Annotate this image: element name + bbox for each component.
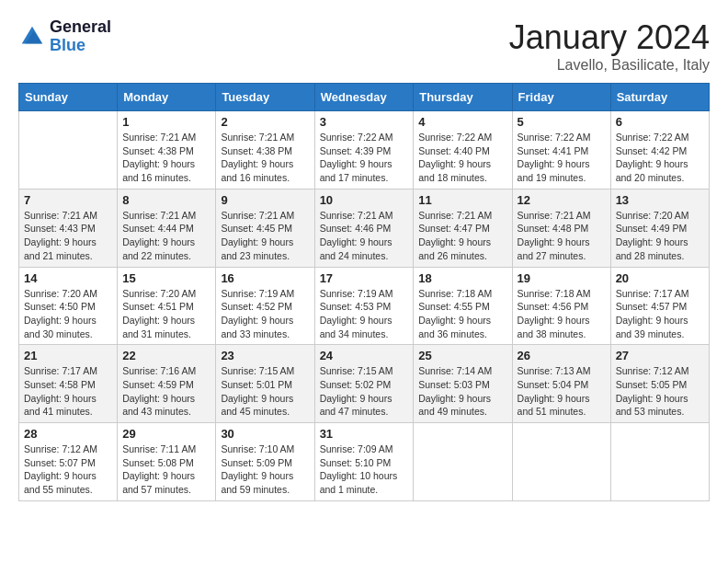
day-info: Sunrise: 7:21 AM Sunset: 4:38 PM Dayligh… [122, 131, 210, 185]
day-info: Sunrise: 7:21 AM Sunset: 4:47 PM Dayligh… [418, 209, 506, 263]
day-cell: 19Sunrise: 7:18 AM Sunset: 4:56 PM Dayli… [512, 267, 610, 345]
day-cell: 15Sunrise: 7:20 AM Sunset: 4:51 PM Dayli… [118, 267, 216, 345]
day-number: 15 [122, 271, 210, 285]
day-cell: 8Sunrise: 7:21 AM Sunset: 4:44 PM Daylig… [118, 189, 216, 267]
logo-text: General Blue [50, 18, 111, 55]
day-cell: 7Sunrise: 7:21 AM Sunset: 4:43 PM Daylig… [19, 189, 118, 267]
day-number: 6 [616, 115, 704, 129]
day-cell: 2Sunrise: 7:21 AM Sunset: 4:38 PM Daylig… [216, 111, 314, 190]
day-cell: 14Sunrise: 7:20 AM Sunset: 4:50 PM Dayli… [19, 267, 118, 345]
day-cell: 10Sunrise: 7:21 AM Sunset: 4:46 PM Dayli… [314, 189, 414, 267]
day-info: Sunrise: 7:14 AM Sunset: 5:03 PM Dayligh… [418, 364, 506, 419]
day-number: 4 [418, 115, 506, 129]
day-info: Sunrise: 7:15 AM Sunset: 5:02 PM Dayligh… [320, 364, 409, 419]
day-number: 25 [418, 349, 506, 362]
day-number: 3 [320, 115, 409, 129]
day-cell: 29Sunrise: 7:11 AM Sunset: 5:08 PM Dayli… [118, 423, 216, 501]
day-cell [19, 111, 118, 190]
day-number: 9 [221, 193, 309, 207]
day-number: 22 [122, 349, 210, 362]
day-number: 29 [122, 427, 210, 441]
day-cell: 6Sunrise: 7:22 AM Sunset: 4:42 PM Daylig… [610, 111, 709, 190]
day-number: 7 [24, 193, 112, 207]
week-row-4: 21Sunrise: 7:17 AM Sunset: 4:58 PM Dayli… [19, 345, 710, 423]
day-info: Sunrise: 7:21 AM Sunset: 4:45 PM Dayligh… [221, 209, 309, 263]
day-cell: 4Sunrise: 7:22 AM Sunset: 4:40 PM Daylig… [414, 111, 512, 190]
day-cell: 21Sunrise: 7:17 AM Sunset: 4:58 PM Dayli… [19, 345, 118, 423]
day-info: Sunrise: 7:20 AM Sunset: 4:50 PM Dayligh… [24, 287, 112, 341]
location: Lavello, Basilicate, Italy [509, 57, 710, 74]
day-cell: 26Sunrise: 7:13 AM Sunset: 5:04 PM Dayli… [512, 345, 610, 423]
day-info: Sunrise: 7:12 AM Sunset: 5:05 PM Dayligh… [616, 364, 704, 419]
day-number: 8 [122, 193, 210, 207]
day-info: Sunrise: 7:13 AM Sunset: 5:04 PM Dayligh… [518, 364, 606, 419]
week-row-2: 7Sunrise: 7:21 AM Sunset: 4:43 PM Daylig… [19, 189, 710, 267]
day-number: 26 [518, 349, 606, 362]
weekday-header-monday: Monday [118, 84, 216, 111]
month-title: January 2024 [509, 18, 710, 57]
day-number: 24 [320, 349, 409, 362]
day-info: Sunrise: 7:18 AM Sunset: 4:55 PM Dayligh… [418, 287, 506, 341]
day-cell: 25Sunrise: 7:14 AM Sunset: 5:03 PM Dayli… [414, 345, 512, 423]
day-cell [512, 423, 610, 501]
day-info: Sunrise: 7:22 AM Sunset: 4:39 PM Dayligh… [320, 131, 409, 185]
day-info: Sunrise: 7:21 AM Sunset: 4:48 PM Dayligh… [518, 209, 606, 263]
day-cell: 16Sunrise: 7:19 AM Sunset: 4:52 PM Dayli… [216, 267, 314, 345]
week-row-5: 28Sunrise: 7:12 AM Sunset: 5:07 PM Dayli… [19, 423, 710, 501]
day-number: 16 [221, 271, 309, 285]
day-cell: 9Sunrise: 7:21 AM Sunset: 4:45 PM Daylig… [216, 189, 314, 267]
day-number: 27 [616, 349, 704, 362]
day-info: Sunrise: 7:12 AM Sunset: 5:07 PM Dayligh… [24, 442, 112, 497]
day-cell: 31Sunrise: 7:09 AM Sunset: 5:10 PM Dayli… [314, 423, 414, 501]
day-number: 19 [518, 271, 606, 285]
day-cell [610, 423, 709, 501]
day-info: Sunrise: 7:20 AM Sunset: 4:49 PM Dayligh… [616, 209, 704, 263]
day-info: Sunrise: 7:15 AM Sunset: 5:01 PM Dayligh… [221, 364, 309, 419]
day-cell: 18Sunrise: 7:18 AM Sunset: 4:55 PM Dayli… [414, 267, 512, 345]
day-number: 28 [24, 427, 112, 441]
weekday-header-sunday: Sunday [19, 84, 118, 111]
day-cell: 27Sunrise: 7:12 AM Sunset: 5:05 PM Dayli… [610, 345, 709, 423]
weekday-header-tuesday: Tuesday [216, 84, 314, 111]
day-number: 11 [418, 193, 506, 207]
day-cell: 3Sunrise: 7:22 AM Sunset: 4:39 PM Daylig… [314, 111, 414, 190]
day-cell: 1Sunrise: 7:21 AM Sunset: 4:38 PM Daylig… [118, 111, 216, 190]
week-row-1: 1Sunrise: 7:21 AM Sunset: 4:38 PM Daylig… [19, 111, 710, 190]
weekday-header-wednesday: Wednesday [314, 84, 414, 111]
day-cell [414, 423, 512, 501]
weekday-header-friday: Friday [512, 84, 610, 111]
day-number: 2 [221, 115, 309, 129]
day-cell: 5Sunrise: 7:22 AM Sunset: 4:41 PM Daylig… [512, 111, 610, 190]
weekday-header-thursday: Thursday [414, 84, 512, 111]
day-info: Sunrise: 7:19 AM Sunset: 4:53 PM Dayligh… [320, 287, 409, 341]
day-number: 17 [320, 271, 409, 285]
week-row-3: 14Sunrise: 7:20 AM Sunset: 4:50 PM Dayli… [19, 267, 710, 345]
day-info: Sunrise: 7:17 AM Sunset: 4:57 PM Dayligh… [616, 287, 704, 341]
logo-icon [18, 23, 46, 51]
day-cell: 28Sunrise: 7:12 AM Sunset: 5:07 PM Dayli… [19, 423, 118, 501]
day-number: 23 [221, 349, 309, 362]
day-info: Sunrise: 7:22 AM Sunset: 4:42 PM Dayligh… [616, 131, 704, 185]
day-info: Sunrise: 7:10 AM Sunset: 5:09 PM Dayligh… [221, 442, 309, 497]
day-cell: 11Sunrise: 7:21 AM Sunset: 4:47 PM Dayli… [414, 189, 512, 267]
weekday-header-saturday: Saturday [610, 84, 709, 111]
day-info: Sunrise: 7:17 AM Sunset: 4:58 PM Dayligh… [24, 364, 112, 419]
day-cell: 20Sunrise: 7:17 AM Sunset: 4:57 PM Dayli… [610, 267, 709, 345]
calendar-table: SundayMondayTuesdayWednesdayThursdayFrid… [18, 83, 710, 501]
day-number: 14 [24, 271, 112, 285]
day-number: 12 [518, 193, 606, 207]
day-number: 20 [616, 271, 704, 285]
day-number: 21 [24, 349, 112, 362]
day-info: Sunrise: 7:18 AM Sunset: 4:56 PM Dayligh… [518, 287, 606, 341]
day-info: Sunrise: 7:21 AM Sunset: 4:43 PM Dayligh… [24, 209, 112, 263]
day-cell: 30Sunrise: 7:10 AM Sunset: 5:09 PM Dayli… [216, 423, 314, 501]
day-number: 30 [221, 427, 309, 441]
day-cell: 17Sunrise: 7:19 AM Sunset: 4:53 PM Dayli… [314, 267, 414, 345]
weekday-header-row: SundayMondayTuesdayWednesdayThursdayFrid… [19, 84, 710, 111]
day-number: 13 [616, 193, 704, 207]
day-number: 31 [320, 427, 409, 441]
day-number: 1 [122, 115, 210, 129]
day-info: Sunrise: 7:20 AM Sunset: 4:51 PM Dayligh… [122, 287, 210, 341]
day-cell: 13Sunrise: 7:20 AM Sunset: 4:49 PM Dayli… [610, 189, 709, 267]
day-cell: 22Sunrise: 7:16 AM Sunset: 4:59 PM Dayli… [118, 345, 216, 423]
